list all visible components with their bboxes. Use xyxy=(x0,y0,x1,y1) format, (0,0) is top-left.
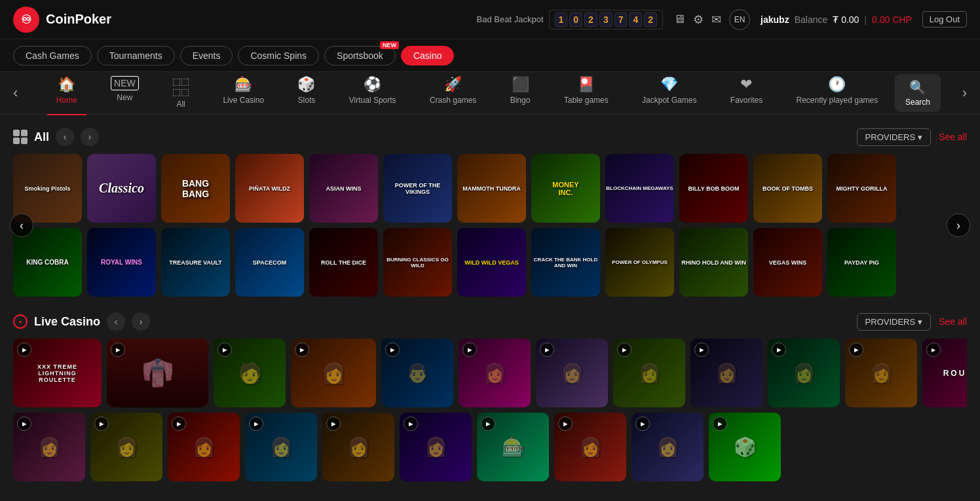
cat-table-games[interactable]: 🎴 Table games xyxy=(555,71,618,115)
live-card-row2-3[interactable]: 👩 ▶ xyxy=(168,413,240,481)
all-see-all-link[interactable]: See all xyxy=(939,132,967,142)
live-card-row2-6[interactable]: 👩 ▶ xyxy=(400,413,472,481)
live-card-deutsche-roulette[interactable]: 👩 ▶ DEUTSCHE ROULETTE xyxy=(845,339,917,407)
all-games-scroll-left[interactable]: ‹ xyxy=(10,213,33,237)
game-card-mammoth-tundra[interactable]: MAMMOTH TUNDRA xyxy=(457,154,526,223)
live-card-row2-5[interactable]: 👩 ▶ xyxy=(322,413,394,481)
logout-button[interactable]: Log Out xyxy=(922,11,967,28)
cat-slots-label: Slots xyxy=(298,96,316,105)
cat-recent-label: Recently played games xyxy=(797,96,878,105)
live-providers-button[interactable]: PROVIDERS ▾ xyxy=(857,313,932,331)
live-card-row2-2[interactable]: 👩 ▶ xyxy=(90,413,162,481)
nav-casino[interactable]: Casino xyxy=(401,46,455,65)
live-card-row2-1[interactable]: 👩 ▶ xyxy=(13,413,85,481)
cat-bingo-label: Bingo xyxy=(510,96,531,105)
cat-new[interactable]: NEW New xyxy=(102,71,148,115)
live-section-next[interactable]: › xyxy=(132,312,150,331)
cat-recent[interactable]: 🕐 Recently played games xyxy=(787,71,888,115)
nav-events[interactable]: Events xyxy=(180,46,233,65)
category-arrow-left[interactable]: ‹ xyxy=(13,84,18,102)
cat-favorites[interactable]: ❤ Favorites xyxy=(721,71,772,115)
game-card-treasure-vault[interactable]: TREASURE VAULT xyxy=(161,228,230,297)
live-card-ruby-blackjack[interactable]: 👩 ▶ RUBY BLACKJACK xyxy=(459,339,531,407)
cat-new-label: New xyxy=(117,93,132,102)
cat-all[interactable]: ⬚⬚⬚⬚ All xyxy=(163,71,198,115)
game-card-crack-bank[interactable]: CRACK THE BANK HOLD AND WIN xyxy=(531,228,600,297)
live-card-row2-4[interactable]: 👩 ▶ xyxy=(245,413,317,481)
nav-cash-games[interactable]: Cash Games xyxy=(13,46,92,65)
game-card-book-of-tombs[interactable]: BOOK OF TOMBS xyxy=(753,154,822,223)
game-card-vegas-wins[interactable]: VEGAS WINS xyxy=(753,228,822,297)
game-card-rhino[interactable]: RHINO HOLD AND WIN xyxy=(679,228,748,297)
live-card-vip-roulette[interactable]: 👩 ▶ VIP ROULETTE xyxy=(613,339,685,407)
live-see-all-link[interactable]: See all xyxy=(939,316,967,327)
live-section-title: Live Casino xyxy=(34,315,100,329)
live-card-row2-10[interactable]: 🎲 ▶ xyxy=(709,413,781,481)
cat-virtual-sports[interactable]: ⚽ Virtual Sports xyxy=(340,71,405,115)
mail-icon-button[interactable]: ✉ xyxy=(711,12,721,27)
all-section-next[interactable]: › xyxy=(81,128,99,146)
game-card-payday-pig[interactable]: PAYDAY PIG xyxy=(827,228,896,297)
game-card-blockchain[interactable]: BLOCKCHAIN MEGAWAYS xyxy=(605,154,674,223)
all-games-scroll-right[interactable]: › xyxy=(947,213,970,237)
live-card-xxtreme[interactable]: XXX TREMELIGHTNINGROULETTE ▶ xyxy=(13,339,102,407)
all-games-section: All ‹ › PROVIDERS ▾ See all ‹ Smoking Pi… xyxy=(13,128,967,297)
settings-icon-button[interactable]: ⚙ xyxy=(693,12,704,27)
jackpot-area: Bad Beat Jackpot 1 0 2 3 7 4 2 xyxy=(477,10,663,29)
cat-bingo[interactable]: ⬛ Bingo xyxy=(501,71,540,115)
game-card-billy-bob-boom[interactable]: BILLY BOB BOOM xyxy=(679,154,748,223)
live-card-blackjack1[interactable]: 🧑 ▶ BLACKJACK xyxy=(214,339,286,407)
game-card-pinata-wildz[interactable]: PIÑATA WILDZ xyxy=(235,154,304,223)
game-card-spacecom[interactable]: SPACECOM xyxy=(235,228,304,297)
game-card-roll-dice[interactable]: ROLL THE DICE xyxy=(309,228,378,297)
live-card-vip-blackjack[interactable]: 👨 ▶ VIP BLACKJACK xyxy=(381,339,453,407)
all-section-header: All ‹ › PROVIDERS ▾ See all xyxy=(13,128,967,146)
nav-sportsbook[interactable]: Sportsbook NEW xyxy=(324,46,396,65)
live-card-row2-7[interactable]: 🎰 ▶ xyxy=(477,413,549,481)
live-casino-section: ● Live Casino ‹ › PROVIDERS ▾ See all xyxy=(13,312,967,481)
live-card-lightning-baccarat[interactable]: 👘 ▶ LIGHTNING BACCARAT xyxy=(107,339,208,407)
live-card-row2-8[interactable]: 👩 ▶ xyxy=(554,413,626,481)
all-section-title: All xyxy=(34,130,49,144)
game-card-money-inc[interactable]: MONEYINC. xyxy=(531,154,600,223)
cat-home[interactable]: 🏠 Home xyxy=(47,71,86,115)
jackpot-label: Bad Beat Jackpot xyxy=(477,14,544,24)
game-card-bangbang[interactable]: BANGBANG xyxy=(161,154,230,223)
game-card-power-vikings[interactable]: POWER OF THE VIKINGS xyxy=(383,154,452,223)
cat-crash-games[interactable]: 🚀 Crash games xyxy=(421,71,485,115)
game-card-asian-wins[interactable]: ASIAN WINS xyxy=(309,154,378,223)
live-card-roulette-blackjack[interactable]: ▶ ROULETTE BLACKJACK xyxy=(922,339,967,407)
live-card-classic-blackjack[interactable]: 👩 ▶ BLACKJACK xyxy=(536,339,608,407)
live-section-prev[interactable]: ‹ xyxy=(107,312,125,331)
game-card-classico[interactable]: Classico xyxy=(87,154,156,223)
game-card-royal-wins[interactable]: ROYAL WINS xyxy=(87,228,156,297)
game-card-burning-classics[interactable]: BURNING CLASSICS GO WILD xyxy=(383,228,452,297)
live-card-baccarat[interactable]: 👩 ▶ BACCARAT 1 xyxy=(291,339,376,407)
live-card-row2-9[interactable]: 👩 ▶ xyxy=(631,413,704,481)
game-card-smoking-pistols[interactable]: Smoking Pistols xyxy=(13,154,82,223)
all-section-prev[interactable]: ‹ xyxy=(56,128,74,146)
search-category-button[interactable]: 🔍 Search xyxy=(895,74,941,112)
cat-virtual-sports-label: Virtual Sports xyxy=(349,96,396,105)
cat-live-casino[interactable]: 🎰 Live Casino xyxy=(214,71,273,115)
nav-cosmic-spins[interactable]: Cosmic Spins xyxy=(238,46,319,65)
game-card-mighty-gorilla[interactable]: MIGHTY GORILLA xyxy=(827,154,896,223)
cat-jackpot[interactable]: 💎 Jackpot Games xyxy=(633,71,706,115)
category-items: 🏠 Home NEW New ⬚⬚⬚⬚ All 🎰 Live Casino 🎲 … xyxy=(39,71,895,115)
all-providers-button[interactable]: PROVIDERS ▾ xyxy=(857,128,932,146)
live-card-classic-blackjack2[interactable]: 👩 ▶ BLACKJACK xyxy=(690,339,763,407)
game-card-power-olympus[interactable]: POWER OF OLYMPUS xyxy=(605,228,674,297)
search-cat-label: Search xyxy=(905,98,930,107)
live-card-vip-blackjack2[interactable]: 👩 ▶ VIP BLACKJACK xyxy=(768,339,840,407)
monitor-icon-button[interactable]: 🖥 xyxy=(673,12,685,26)
category-arrow-right[interactable]: › xyxy=(962,84,967,102)
jackpot-digit-2: 0 xyxy=(569,12,582,27)
nav-tournaments[interactable]: Tournaments xyxy=(97,46,175,65)
language-button[interactable]: EN xyxy=(729,9,750,30)
game-card-wild-vegas[interactable]: WILD WILD VEGAS xyxy=(457,228,526,297)
cat-slots[interactable]: 🎲 Slots xyxy=(288,71,324,115)
game-card-king-cobra[interactable]: KING COBRA xyxy=(13,228,82,297)
chp-value: 0.00 CHP xyxy=(872,14,912,25)
username: jakubz xyxy=(761,14,789,25)
play-badge: ▶ xyxy=(540,343,554,357)
